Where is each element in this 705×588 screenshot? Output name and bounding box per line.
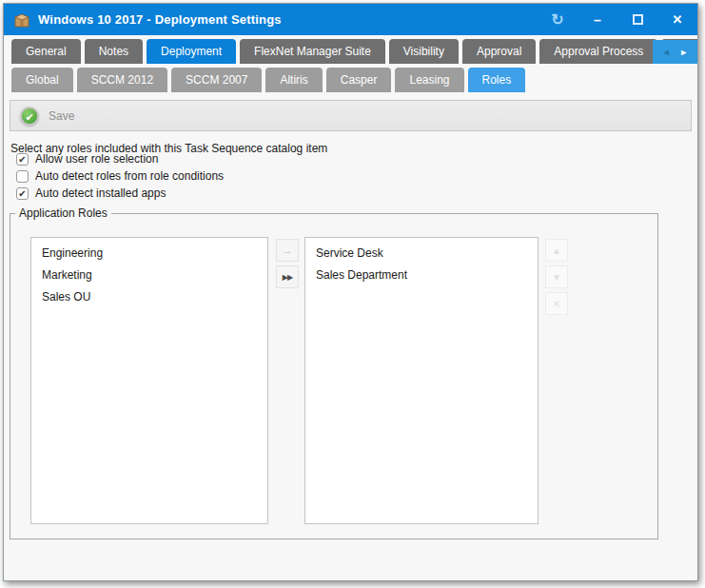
minimize-icon[interactable]: – (589, 12, 606, 28)
transfer-buttons: → ▶▶ (276, 239, 299, 288)
save-check-icon[interactable]: ✔ (20, 107, 39, 126)
titlebar-buttons: ↻ – ✕ (549, 12, 686, 28)
primary-tab-row: General Notes Deployment FlexNet Manager… (4, 35, 697, 64)
list-item[interactable]: Service Desk (305, 243, 538, 265)
tab-general[interactable]: General (11, 39, 81, 64)
order-buttons: ▲ ▼ ✕ (545, 239, 568, 315)
secondary-tab-row: Global SCCM 2012 SCCM 2007 Altiris Caspe… (4, 64, 697, 92)
scroll-left-icon[interactable]: ◄ (662, 48, 671, 57)
tab-visibility[interactable]: Visibility (389, 39, 459, 64)
window-title: Windows 10 2017 - Deployment Settings (38, 12, 282, 27)
tab-altiris[interactable]: Altiris (265, 68, 322, 92)
tab-scroller: ◄ ► (653, 40, 697, 64)
move-down-button[interactable]: ▼ (545, 265, 568, 288)
move-all-right-button[interactable]: ▶▶ (276, 265, 299, 288)
checkbox-label: Auto detect installed apps (35, 186, 166, 200)
tab-roles[interactable]: Roles (468, 68, 526, 92)
remove-button[interactable]: ✕ (545, 292, 568, 315)
maximize-glyph (633, 14, 643, 25)
tab-approval-process[interactable]: Approval Process (539, 39, 657, 64)
checkbox-label: Auto detect roles from role conditions (35, 169, 224, 183)
checkbox-auto-detect-roles[interactable]: Auto detect roles from role conditions (16, 169, 224, 183)
checkbox-auto-detect-installed-apps[interactable]: ✔ Auto detect installed apps (16, 186, 166, 200)
tab-leasing[interactable]: Leasing (395, 68, 463, 92)
save-button[interactable]: Save (49, 109, 74, 123)
list-item[interactable]: Sales Department (305, 265, 538, 286)
scroll-right-icon[interactable]: ► (679, 48, 688, 57)
list-item[interactable]: Engineering (31, 243, 267, 265)
close-icon[interactable]: ✕ (669, 12, 686, 28)
checkbox-icon[interactable]: ✔ (16, 187, 29, 200)
deployment-settings-window: Windows 10 2017 - Deployment Settings ↻ … (3, 3, 698, 581)
checkbox-icon[interactable] (16, 170, 29, 183)
list-item[interactable]: Marketing (31, 265, 267, 286)
list-item[interactable]: Sales OU (31, 286, 267, 308)
checkbox-icon[interactable]: ✔ (16, 153, 29, 166)
move-up-button[interactable]: ▲ (545, 239, 568, 262)
checkbox-label: Allow user role selection (35, 152, 158, 166)
tab-flexnet-manager-suite[interactable]: FlexNet Manager Suite (240, 39, 385, 64)
available-roles-list[interactable]: Engineering Marketing Sales OU (30, 237, 268, 524)
assigned-roles-list[interactable]: Service Desk Sales Department (304, 237, 539, 524)
save-toolbar: ✔ Save (10, 100, 692, 131)
tab-deployment[interactable]: Deployment (147, 39, 236, 64)
screen: Windows 10 2017 - Deployment Settings ↻ … (0, 0, 705, 588)
roles-panel: ✔ Save Select any roles included with th… (4, 92, 697, 580)
tab-casper[interactable]: Casper (326, 68, 392, 92)
tab-sccm-2007[interactable]: SCCM 2007 (171, 68, 262, 92)
application-roles-legend: Application Roles (15, 206, 111, 220)
refresh-icon[interactable]: ↻ (549, 12, 566, 28)
move-right-button[interactable]: → (276, 239, 299, 262)
maximize-icon[interactable] (629, 12, 646, 28)
tab-notes[interactable]: Notes (85, 39, 143, 64)
application-roles-group: Application Roles Engineering Marketing … (10, 206, 658, 539)
titlebar[interactable]: Windows 10 2017 - Deployment Settings ↻ … (4, 4, 697, 35)
checkbox-allow-user-role-selection[interactable]: ✔ Allow user role selection (16, 152, 158, 166)
tab-global[interactable]: Global (11, 68, 73, 92)
package-icon (13, 11, 30, 29)
tab-approval[interactable]: Approval (462, 39, 536, 64)
tab-sccm-2012[interactable]: SCCM 2012 (77, 68, 167, 92)
